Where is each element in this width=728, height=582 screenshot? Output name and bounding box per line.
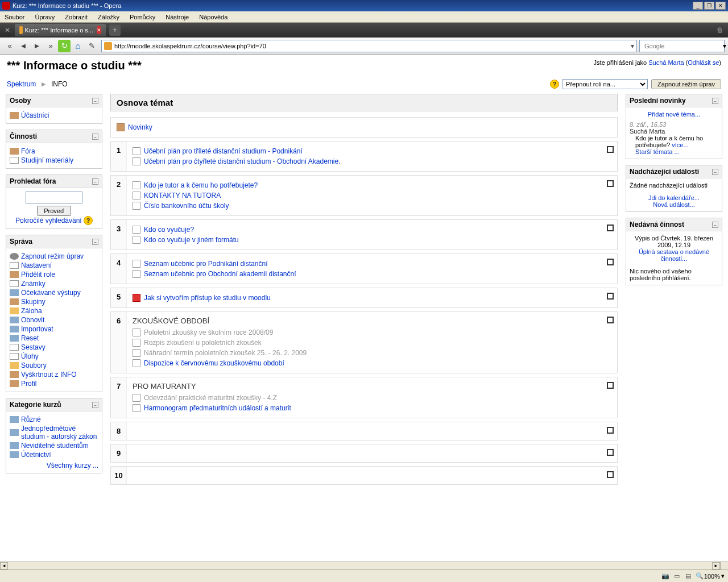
search-dropdown-icon[interactable]: ▾: [723, 42, 726, 50]
topic-checkbox-icon[interactable]: [607, 259, 614, 265]
admin-link[interactable]: Skupiny: [21, 298, 46, 306]
resource-link[interactable]: Učební plán pro tříleté distanční studiu…: [144, 147, 303, 155]
resource-link[interactable]: Kdo co vyučuje?: [144, 226, 194, 234]
closed-tabs-trash-icon[interactable]: 🗑: [717, 26, 723, 34]
address-input[interactable]: [114, 43, 631, 49]
admin-link[interactable]: Obnovit: [21, 316, 44, 324]
resource-link[interactable]: Učební plán pro čtyřleté distanční studi…: [144, 157, 341, 165]
edit-mode-button[interactable]: Zapnout režim úprav: [651, 79, 721, 89]
calendar-link[interactable]: Jdi do kalendáře...: [648, 194, 700, 201]
logout-link[interactable]: Odhlásit se: [688, 59, 719, 66]
topic-checkbox-icon[interactable]: [607, 317, 614, 323]
category-link[interactable]: Jednopředmětové studium - autorský zákon: [21, 425, 98, 440]
resource-link[interactable]: Novinky: [128, 123, 152, 131]
topic-checkbox-icon[interactable]: [607, 382, 614, 389]
admin-link[interactable]: Úlohy: [21, 352, 39, 360]
forum-search-button[interactable]: Proveď: [37, 206, 71, 216]
address-bar[interactable]: ▾: [101, 40, 637, 52]
home-button[interactable]: ⌂: [72, 40, 84, 52]
topic-checkbox-icon[interactable]: [607, 427, 614, 434]
forward-button[interactable]: ►: [31, 40, 43, 52]
search-input[interactable]: [644, 43, 723, 49]
older-topics-link[interactable]: Starší témata ...: [635, 148, 680, 155]
admin-link[interactable]: Záloha: [21, 307, 42, 315]
scroll-left-button[interactable]: ◄: [0, 562, 8, 569]
topic-checkbox-icon[interactable]: [607, 146, 614, 153]
menu-widgets[interactable]: Pomůcky: [130, 14, 155, 20]
camera-icon[interactable]: 📷: [661, 572, 670, 581]
tab-active[interactable]: Kurz: *** Informace o s... ✕: [15, 24, 106, 36]
breadcrumb-root[interactable]: Spektrum: [7, 80, 36, 88]
menu-tools[interactable]: Nástroje: [166, 14, 189, 20]
view-icon[interactable]: ▭: [672, 572, 681, 581]
category-link[interactable]: Účetnictví: [21, 451, 51, 459]
category-link[interactable]: Různé: [21, 415, 41, 423]
reload-button[interactable]: ↻: [58, 40, 71, 52]
admin-link[interactable]: Importovat: [21, 325, 53, 333]
admin-link[interactable]: Vyškrtnout z INFO: [21, 371, 77, 379]
resource-link[interactable]: Harmonogram předmaturitních událostí a m…: [144, 404, 291, 412]
user-link[interactable]: Suchá Marta: [648, 59, 684, 66]
admin-link[interactable]: Reset: [21, 334, 39, 342]
menu-edit[interactable]: Úpravy: [35, 14, 55, 20]
menu-bookmarks[interactable]: Záložky: [98, 14, 119, 20]
fastforward-button[interactable]: »: [44, 40, 57, 52]
collapse-icon[interactable]: –: [92, 239, 98, 245]
topic-checkbox-icon[interactable]: [607, 471, 614, 478]
topic-checkbox-icon[interactable]: [607, 180, 614, 187]
collapse-icon[interactable]: –: [92, 134, 98, 140]
full-report-link[interactable]: Úplná sestava o nedávné činnosti...: [639, 248, 709, 262]
new-event-link[interactable]: Nová událost...: [653, 201, 694, 208]
back-button[interactable]: ◄: [17, 40, 30, 52]
panels-icon[interactable]: ✕: [2, 25, 13, 35]
all-courses-link[interactable]: Všechny kurzy ...: [47, 462, 98, 469]
minimize-button[interactable]: _: [693, 2, 703, 10]
menu-help[interactable]: Nápověda: [199, 14, 228, 20]
topic-checkbox-icon[interactable]: [607, 293, 614, 300]
resource-link[interactable]: Seznam učebnic pro Podnikání distanční: [144, 260, 267, 268]
scroll-right-button[interactable]: ►: [712, 562, 720, 569]
collapse-icon[interactable]: –: [92, 402, 98, 408]
admin-link[interactable]: Očekávané výstupy: [21, 289, 81, 297]
resources-link[interactable]: Studijní materiály: [21, 156, 73, 164]
zoom-icon[interactable]: 🔍: [695, 572, 704, 581]
view2-icon[interactable]: ▤: [684, 572, 693, 581]
add-topic-link[interactable]: Přidat nové téma...: [648, 111, 700, 118]
tab-close-icon[interactable]: ✕: [97, 26, 101, 34]
admin-link[interactable]: Přidělit role: [21, 271, 55, 278]
collapse-icon[interactable]: –: [712, 222, 718, 228]
help-icon[interactable]: ?: [84, 216, 93, 225]
admin-link[interactable]: Profil: [21, 380, 36, 388]
category-link[interactable]: Neviditelné studentům: [21, 442, 89, 450]
resource-link[interactable]: Číslo bankovního účtu školy: [144, 202, 229, 210]
forums-link[interactable]: Fóra: [21, 147, 35, 155]
horizontal-scrollbar[interactable]: ◄ ►: [0, 562, 728, 569]
admin-link[interactable]: Soubory: [21, 361, 47, 369]
forum-search-input[interactable]: [26, 192, 82, 203]
wand-icon[interactable]: ✎: [85, 40, 98, 52]
collapse-icon[interactable]: –: [92, 98, 98, 104]
search-bar[interactable]: ▾: [639, 40, 725, 52]
menu-file[interactable]: Soubor: [5, 14, 24, 20]
topic-checkbox-icon[interactable]: [607, 449, 614, 456]
resource-link[interactable]: KONTAKTY NA TUTORA: [144, 192, 221, 199]
resource-link[interactable]: Seznam učebnic pro Obchodní akademii dis…: [144, 270, 296, 278]
address-dropdown-icon[interactable]: ▾: [631, 42, 634, 50]
admin-link[interactable]: Zapnout režim úprav: [21, 252, 84, 260]
collapse-icon[interactable]: –: [712, 98, 718, 104]
participants-link[interactable]: Účastníci: [21, 111, 49, 119]
resource-link[interactable]: Kdo je tutor a k čemu ho potřebujete?: [144, 181, 258, 189]
admin-link[interactable]: Sestavy: [21, 343, 46, 351]
maximize-button[interactable]: ❐: [704, 2, 714, 10]
new-tab-button[interactable]: +: [109, 24, 121, 36]
rewind-button[interactable]: «: [3, 40, 16, 52]
collapse-icon[interactable]: –: [712, 169, 718, 175]
collapse-icon[interactable]: –: [92, 178, 98, 185]
topic-checkbox-icon[interactable]: [607, 225, 614, 231]
resource-link[interactable]: Dispozice k červnovému zkouškovému obdob…: [144, 359, 284, 367]
menu-view[interactable]: Zobrazit: [65, 14, 88, 20]
admin-link[interactable]: Nastavení: [21, 261, 52, 269]
admin-link[interactable]: Známky: [21, 280, 46, 288]
help-icon[interactable]: ?: [550, 80, 559, 89]
role-select[interactable]: Přepnout roli na...: [562, 79, 648, 89]
